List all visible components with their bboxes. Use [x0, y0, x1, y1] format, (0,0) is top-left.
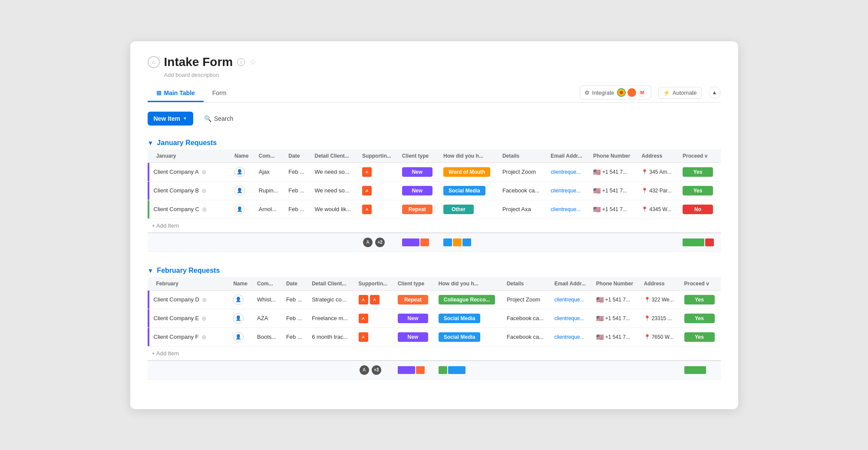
client-type-badge[interactable]: Repeat: [402, 205, 432, 214]
search-button[interactable]: 🔍 Search: [198, 111, 239, 126]
email-link[interactable]: clientreque...: [551, 188, 581, 194]
integrate-button[interactable]: ⚙ Integrate M: [580, 86, 651, 99]
how-badge[interactable]: Social Media: [443, 186, 485, 195]
how-cell[interactable]: Colleague Recco...: [434, 290, 502, 309]
star-icon[interactable]: ☆: [249, 57, 256, 67]
email-cell[interactable]: clientreque...: [546, 181, 589, 200]
how-badge[interactable]: Social Media: [439, 314, 481, 323]
email-link[interactable]: clientreque...: [554, 315, 584, 321]
how-badge[interactable]: Other: [443, 205, 474, 214]
client-cell: Client Company D ⊕: [154, 296, 225, 303]
client-type-badge[interactable]: New: [402, 186, 432, 195]
email-cell[interactable]: clientreque...: [550, 309, 592, 328]
how-badge[interactable]: Colleague Recco...: [439, 295, 495, 304]
details-cell: Facebook ca...: [502, 309, 550, 328]
add-row-icon[interactable]: ⊕: [202, 206, 207, 213]
info-icon[interactable]: i: [237, 58, 245, 66]
how-cell[interactable]: Social Media: [439, 181, 498, 200]
tab-main-table[interactable]: ⊞ Main Table: [148, 85, 204, 102]
proceed-cell[interactable]: No: [678, 200, 720, 218]
proceed-cell[interactable]: Yes: [680, 328, 721, 346]
how-cell[interactable]: Social Media: [434, 309, 502, 328]
collapse-button[interactable]: ▲: [709, 86, 721, 99]
proceed-badge[interactable]: Yes: [684, 332, 715, 342]
proceed-cell[interactable]: Yes: [678, 181, 720, 200]
proceed-cell[interactable]: Yes: [678, 162, 720, 181]
how-badge[interactable]: Word of Mouth: [443, 167, 490, 177]
table-wrapper-february: FebruaryNameCom...DateDetail Client...Su…: [148, 277, 721, 380]
email-link[interactable]: clientreque...: [551, 206, 581, 212]
date-cell: Feb ...: [282, 309, 307, 328]
add-item-row[interactable]: + Add Item: [148, 346, 721, 361]
add-item-row[interactable]: + Add Item: [148, 218, 721, 233]
new-item-button[interactable]: New Item ▼: [148, 112, 193, 126]
client-type-cell[interactable]: New: [393, 328, 434, 346]
how-cell[interactable]: Other: [439, 200, 498, 218]
proceed-badge[interactable]: Yes: [684, 314, 715, 323]
client-type-badge[interactable]: New: [398, 314, 428, 323]
email-cell[interactable]: clientreque...: [546, 162, 589, 181]
section-title-february[interactable]: February Requests: [157, 267, 220, 275]
email-cell[interactable]: clientreque...: [546, 200, 589, 218]
col-header-1-2: Date: [282, 277, 307, 291]
file-icon[interactable]: A: [362, 186, 372, 195]
integrate-icons: M: [617, 88, 647, 97]
client-type-cell[interactable]: Repeat: [398, 200, 439, 218]
how-cell[interactable]: Word of Mouth: [439, 162, 498, 181]
email-link[interactable]: clientreque...: [551, 169, 581, 175]
email-cell[interactable]: clientreque...: [550, 290, 592, 309]
add-row-icon[interactable]: ⊕: [201, 315, 207, 322]
file-icon-2[interactable]: A: [370, 295, 380, 304]
section-arrow-february[interactable]: ▼: [148, 267, 154, 274]
col-header-0-8: Email Addr...: [546, 149, 589, 163]
page-header: ⌂ Intake Form i ☆: [148, 55, 721, 69]
how-badge[interactable]: Social Media: [439, 332, 481, 342]
email-link[interactable]: clientreque...: [554, 297, 584, 303]
file-icon[interactable]: A: [362, 205, 372, 214]
email-cell[interactable]: clientreque...: [550, 328, 592, 346]
company-cell: AZA: [253, 309, 282, 328]
detail-cell: We would lik...: [310, 200, 358, 218]
section-title-january[interactable]: January Requests: [157, 139, 217, 147]
automate-button[interactable]: ⚡ Automate: [658, 87, 702, 99]
file-icon[interactable]: A: [359, 314, 368, 323]
client-type-cell[interactable]: New: [398, 181, 439, 200]
client-type-bar-group: [398, 366, 430, 374]
company-cell: Ajax: [254, 162, 284, 181]
phone-cell: 🇺🇸+1 541 7...: [592, 309, 640, 328]
tabs-right: ⚙ Integrate M ⚡ Automate: [580, 86, 721, 101]
supporting-cell: A: [358, 200, 398, 218]
add-row-icon[interactable]: ⊕: [201, 187, 207, 194]
proceed-cell[interactable]: Yes: [680, 290, 721, 309]
email-link[interactable]: clientreque...: [554, 334, 584, 340]
proceed-cell[interactable]: Yes: [680, 309, 721, 328]
proceed-badge[interactable]: Yes: [684, 295, 715, 304]
file-icon[interactable]: A: [359, 295, 368, 304]
add-item-button[interactable]: + Add Item: [148, 346, 721, 361]
tab-form[interactable]: Form: [204, 85, 235, 102]
summary-avatar-cell: A +3: [354, 361, 393, 380]
add-row-icon[interactable]: ⊕: [201, 169, 207, 175]
file-icon[interactable]: A: [359, 332, 368, 342]
client-name: Client Company C: [154, 206, 200, 212]
client-type-cell[interactable]: Repeat: [393, 290, 434, 309]
board-description[interactable]: Add board description: [164, 72, 721, 78]
add-row-icon[interactable]: ⊕: [202, 296, 207, 303]
client-type-cell[interactable]: New: [398, 162, 439, 181]
client-type-cell[interactable]: New: [393, 309, 434, 328]
add-item-button[interactable]: + Add Item: [148, 218, 721, 233]
summary-empty-address: [640, 361, 680, 380]
client-type-badge[interactable]: New: [402, 167, 432, 177]
file-icon[interactable]: A: [362, 167, 372, 177]
col-header-1-7: Details: [502, 277, 550, 291]
client-type-badge[interactable]: Repeat: [398, 295, 428, 304]
client-cell: Client Company C ⊕: [154, 206, 226, 213]
proceed-badge[interactable]: No: [683, 205, 713, 214]
how-cell[interactable]: Social Media: [434, 328, 502, 346]
add-row-icon[interactable]: ⊕: [201, 334, 207, 341]
tabs-toolbar: ⊞ Main Table Form ⚙ Integrate: [148, 85, 721, 103]
proceed-badge[interactable]: Yes: [683, 186, 713, 195]
proceed-badge[interactable]: Yes: [683, 167, 713, 177]
section-arrow-january[interactable]: ▼: [148, 139, 154, 146]
client-type-badge[interactable]: New: [398, 332, 428, 342]
